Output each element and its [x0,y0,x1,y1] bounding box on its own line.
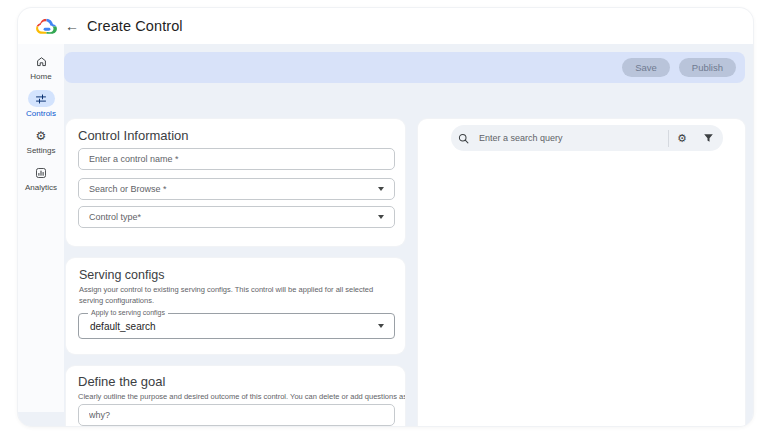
preview-search-input[interactable] [475,125,668,151]
sidebar-item-home[interactable]: Home [18,53,64,81]
page-title: Create Control [87,18,183,34]
filter-funnel-icon[interactable] [695,133,721,144]
section-description: Assign your control to existing serving … [79,285,379,307]
section-title: Control Information [78,128,189,143]
sidebar-item-label: Settings [27,146,56,155]
sidebar-item-controls[interactable]: Controls [18,90,64,118]
define-goal-card: Define the goal Clearly outline the purp… [66,366,405,426]
app-header: ← Create Control [18,8,753,44]
sidebar-item-label: Controls [26,109,56,118]
control-name-field[interactable] [78,148,395,170]
goal-why-field[interactable] [78,404,395,426]
chevron-down-icon [378,215,384,219]
sidebar-nav: Home Controls ⚙ Settings [18,44,64,412]
preview-settings-gear-icon[interactable]: ⚙ [669,133,695,144]
gear-icon: ⚙ [28,127,55,144]
control-type-select[interactable]: Control type* [78,206,395,228]
analytics-icon [28,164,55,181]
sidebar-item-settings[interactable]: ⚙ Settings [18,127,64,155]
sidebar-item-label: Analytics [25,183,57,192]
serving-configs-card: Serving configs Assign your control to e… [66,258,405,354]
section-description: Clearly outline the purpose and desired … [78,392,398,403]
section-title: Serving configs [79,268,164,282]
select-placeholder: Search or Browse * [79,184,378,194]
publish-button[interactable]: Publish [679,58,736,77]
control-name-input[interactable] [79,149,394,169]
back-arrow-button[interactable]: ← [65,18,79,34]
select-floating-label: Apply to serving configs [88,309,168,316]
google-cloud-logo-icon [35,17,58,36]
save-button[interactable]: Save [622,58,670,77]
chevron-down-icon [378,187,384,191]
control-information-card: Control Information Search or Browse * C… [66,119,405,246]
app-window: ← Create Control Home [18,8,753,426]
search-icon [451,133,475,144]
content-region: Home Controls ⚙ Settings [18,44,753,426]
select-value: default_search [79,321,378,332]
preview-search-bar[interactable]: ⚙ [451,125,723,151]
home-icon [28,53,55,70]
chevron-down-icon [378,324,384,328]
goal-why-input[interactable] [79,405,394,425]
apply-serving-configs-select[interactable]: Apply to serving configs default_search [78,313,395,339]
search-or-browse-select[interactable]: Search or Browse * [78,178,395,200]
section-title: Define the goal [78,374,165,389]
sliders-icon [28,90,55,107]
action-toolbar: Save Publish [64,52,745,83]
sidebar-item-analytics[interactable]: Analytics [18,164,64,192]
select-placeholder: Control type* [79,212,378,222]
preview-panel: ⚙ [418,119,745,426]
sidebar-item-label: Home [30,72,51,81]
